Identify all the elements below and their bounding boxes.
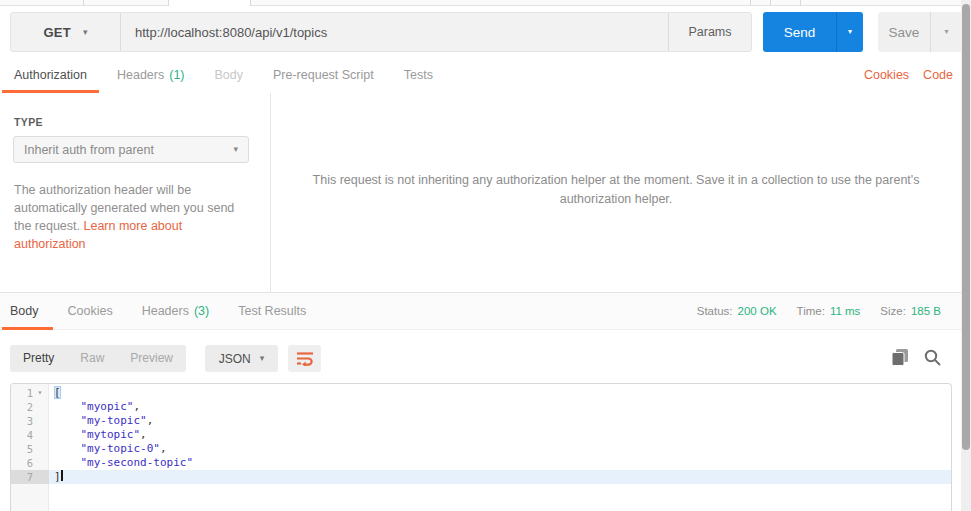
response-headers-count-badge: (3): [194, 304, 209, 318]
json-string: "my-second-topic": [81, 456, 194, 469]
view-mode-switch: Pretty Raw Preview: [10, 345, 186, 372]
tab-authorization[interactable]: Authorization: [14, 56, 87, 93]
params-label: Params: [688, 25, 731, 39]
code-line: 2 "myopic",: [11, 400, 951, 414]
request-tabstrip-remnant: [0, 0, 971, 6]
status-badge: Status: 200 OK: [697, 305, 777, 317]
auth-help-text: The authorization header will be automat…: [14, 181, 248, 253]
time-value: 11 ms: [830, 305, 860, 317]
auth-type-select[interactable]: Inherit auth from parent ▾: [13, 136, 249, 163]
line-number: 2: [11, 400, 33, 414]
chevron-down-icon: ▾: [848, 28, 852, 36]
method-dropdown[interactable]: GET ▾: [11, 13, 121, 51]
response-tab-cookies[interactable]: Cookies: [68, 293, 113, 329]
send-label: Send: [763, 12, 836, 52]
auth-type-value: Inherit auth from parent: [24, 143, 154, 157]
view-mode-preview[interactable]: Preview: [117, 345, 186, 372]
method-label: GET: [43, 25, 71, 40]
tab-divider: [168, 0, 169, 6]
postman-request-view: GET ▾ Params Send ▾ Save ▾ Authorization…: [0, 0, 971, 511]
response-tab-bar: Body Cookies Headers (3) Test Results St…: [0, 293, 971, 330]
tab-label: Body: [215, 68, 244, 82]
tab-divider: [83, 0, 84, 6]
response-toolbar: Pretty Raw Preview JSON ▾: [0, 330, 971, 383]
scrollbar-thumb[interactable]: [962, 4, 970, 450]
copy-icon[interactable]: [891, 349, 909, 366]
scrollbar-track[interactable]: [961, 0, 971, 511]
send-options-dropdown[interactable]: ▾: [837, 12, 863, 52]
tab-divider: [770, 0, 771, 6]
url-bar: GET ▾ Params: [10, 12, 752, 52]
json-string: "myopic": [81, 400, 134, 413]
chevron-down-icon: ▾: [944, 28, 948, 36]
search-icon[interactable]: [924, 349, 941, 366]
json-string: "my-topic-0": [81, 442, 160, 455]
code-line: 3 "my-topic",: [11, 414, 951, 428]
format-dropdown[interactable]: JSON ▾: [205, 345, 278, 372]
cookies-link[interactable]: Cookies: [864, 68, 909, 82]
tab-divider: [750, 0, 751, 6]
tab-label: Authorization: [14, 68, 87, 82]
tab-body[interactable]: Body: [215, 56, 244, 93]
save-options-dropdown[interactable]: ▾: [931, 12, 962, 52]
code-line: 6 "my-second-topic": [11, 456, 951, 470]
tab-label: Pre-request Script: [273, 68, 374, 82]
wrap-text-button[interactable]: [288, 345, 321, 372]
status-label: Status:: [697, 305, 733, 317]
format-value: JSON: [219, 352, 251, 366]
code-line: 4 "mytopic",: [11, 428, 951, 442]
text-cursor: [61, 470, 63, 481]
tab-pre-request-script[interactable]: Pre-request Script: [273, 56, 374, 93]
tab-headers[interactable]: Headers (1): [117, 56, 185, 93]
size-badge: Size: 185 B: [880, 305, 941, 317]
status-value: 200 OK: [738, 305, 777, 317]
response-tab-test-results[interactable]: Test Results: [238, 293, 306, 329]
tab-label: Headers: [142, 304, 189, 318]
tab-divider: [250, 0, 251, 6]
code-line: 1▾ [: [11, 386, 951, 400]
response-meta: Status: 200 OK Time: 11 ms Size: 185 B: [697, 293, 941, 329]
active-tab-gap: [168, 0, 250, 7]
open-bracket: [: [54, 386, 61, 399]
fold-chevron-down-icon[interactable]: ▾: [33, 386, 47, 400]
tab-divider: [800, 0, 801, 6]
json-lines: 1▾ [ 2 "myopic", 3 "my-topic", 4 "mytopi…: [11, 386, 951, 484]
time-label: Time:: [797, 305, 825, 317]
save-label: Save: [878, 12, 930, 52]
tab-label: Headers: [117, 68, 164, 82]
code-line: 5 "my-topic-0",: [11, 442, 951, 456]
auth-helper-message: This request is not inheriting any autho…: [300, 171, 932, 209]
view-mode-raw[interactable]: Raw: [67, 345, 117, 372]
tab-label: Cookies: [68, 304, 113, 318]
json-string: "my-topic": [81, 414, 147, 427]
json-string: "mytopic": [81, 428, 141, 441]
line-number: 1: [11, 386, 33, 400]
size-label: Size:: [880, 305, 906, 317]
tab-tests[interactable]: Tests: [404, 56, 433, 93]
line-number: 5: [11, 442, 33, 456]
line-number: 3: [11, 414, 33, 428]
response-body-editor[interactable]: 1▾ [ 2 "myopic", 3 "my-topic", 4 "mytopi…: [10, 383, 952, 511]
code-link[interactable]: Code: [923, 68, 953, 82]
time-badge: Time: 11 ms: [797, 305, 861, 317]
send-button[interactable]: Send ▾: [763, 12, 863, 52]
request-tab-bar: Authorization Headers (1) Body Pre-reque…: [0, 56, 971, 93]
wrap-text-icon: [296, 351, 314, 366]
pane-divider: [270, 93, 271, 292]
view-mode-pretty[interactable]: Pretty: [10, 345, 67, 372]
line-number: 7: [11, 470, 33, 484]
url-input[interactable]: [135, 13, 663, 51]
corner-links: Cookies Code: [864, 56, 953, 93]
response-actions: [891, 349, 941, 366]
tab-label: Tests: [404, 68, 433, 82]
params-button[interactable]: Params: [668, 13, 751, 51]
response-tab-body[interactable]: Body: [10, 293, 39, 329]
code-line-active: 7 ]: [11, 470, 951, 484]
headers-count-badge: (1): [169, 68, 184, 82]
size-value: 185 B: [911, 305, 941, 317]
response-tab-headers[interactable]: Headers (3): [142, 293, 210, 329]
close-bracket: ]: [54, 470, 61, 483]
save-button[interactable]: Save ▾: [878, 12, 962, 52]
chevron-down-icon: ▾: [260, 354, 265, 363]
tab-label: Body: [10, 304, 39, 318]
